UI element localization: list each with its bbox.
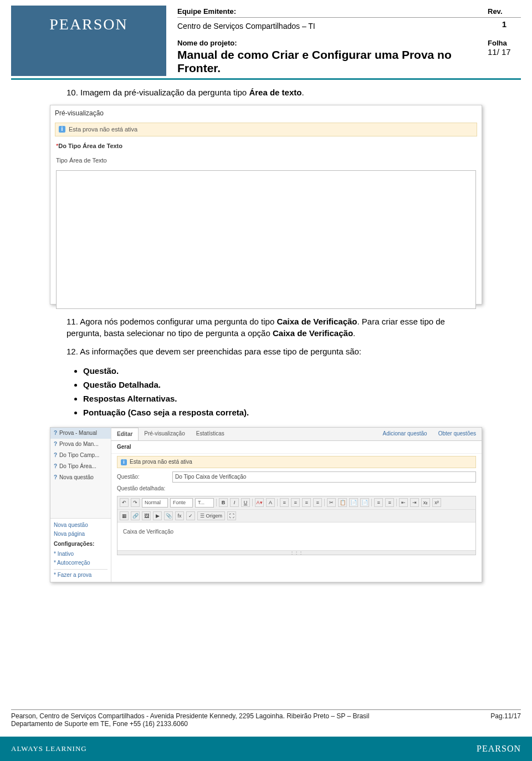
p11-text-a: Agora nós podemos configurar uma pergunt…: [78, 317, 277, 326]
tab-estatisticas[interactable]: Estatísticas: [191, 428, 230, 440]
align-right-icon[interactable]: ≡: [302, 498, 311, 507]
textarea-field[interactable]: [56, 170, 476, 309]
link-fazer-prova[interactable]: * Fazer a prova: [54, 569, 108, 580]
bullet-1: Questão.: [83, 364, 482, 378]
resize-grip[interactable]: ⋮⋮⋮: [117, 550, 475, 555]
sidebar-item-label: Prova do Man...: [59, 440, 99, 448]
subscript-icon[interactable]: x₂: [421, 498, 430, 507]
sidebar-bottom: Nova questão Nova página Configurações: …: [50, 518, 111, 582]
p10-num: 10.: [66, 88, 78, 97]
image-icon[interactable]: 🖼: [142, 511, 151, 520]
footer-line2: Departamento de Suporte em TE, Fone +55 …: [11, 720, 485, 728]
undo-icon[interactable]: ↶: [120, 498, 129, 507]
paste-text-icon[interactable]: 📄: [360, 498, 369, 507]
config-label: Configurações:: [54, 539, 108, 550]
paste-icon[interactable]: 📄: [349, 498, 358, 507]
info-text: Esta prova não está ativa: [69, 125, 137, 134]
indent-icon[interactable]: ⇥: [410, 498, 419, 507]
equation-icon[interactable]: fx: [175, 511, 184, 520]
sidebar-item-tipo-camp[interactable]: ?Do Tipo Camp...: [50, 450, 111, 461]
redo-icon[interactable]: ↷: [131, 498, 140, 507]
sidebar-item-tipo-area[interactable]: ?Do Tipo Área...: [50, 461, 111, 472]
p11-text-c: .: [353, 328, 355, 338]
source-button[interactable]: ☰ Origem: [197, 511, 225, 520]
info-icon: i: [121, 459, 127, 465]
tab-previsualizacao[interactable]: Pré-visualização: [139, 428, 190, 440]
rev-label: Rev.: [488, 7, 521, 16]
sidebar: ?Prova - Manual ?Prova do Man... ?Do Tip…: [50, 428, 111, 582]
sidebar-item-prova-man[interactable]: ?Prova do Man...: [50, 439, 111, 450]
editor-content[interactable]: Caixa de Verificação: [117, 522, 475, 550]
questao-input[interactable]: Do Tipo Caixa de Verificação: [172, 471, 476, 483]
question-subtitle: Tipo Área de Texto: [50, 155, 482, 168]
tab-bar: Editar Pré-visualização Estatísticas Adi…: [111, 428, 482, 441]
separator: [216, 499, 217, 506]
p11-num: 11.: [66, 317, 78, 326]
pearson-footer-logo: PEARSON: [477, 744, 521, 754]
paragraph-12: 12. As informações que devem ser preench…: [50, 346, 482, 357]
qdet-label: Questão detalhada:: [117, 485, 165, 493]
link-adicionar-questao[interactable]: Adicionar questão: [377, 428, 433, 440]
p10-text-a: Imagem da pré-visualização da pergunta t…: [78, 88, 249, 97]
separator: [277, 499, 278, 506]
superscript-icon[interactable]: x²: [432, 498, 441, 507]
bullet-3: Respostas Alternativas.: [83, 392, 482, 405]
highlight-icon[interactable]: A: [266, 498, 275, 507]
questao-label: Questão:: [117, 473, 172, 481]
italic-icon[interactable]: I: [230, 498, 239, 507]
link-icon[interactable]: 🔗: [131, 511, 140, 520]
tab-editar[interactable]: Editar: [111, 428, 139, 440]
separator: [396, 499, 397, 506]
align-left-icon[interactable]: ≡: [280, 498, 289, 507]
sidebar-item-prova-manual[interactable]: ?Prova - Manual: [50, 428, 111, 439]
info-icon: i: [59, 126, 65, 133]
page-value: 11/ 17: [488, 47, 521, 76]
paragraph-11: 11. Agora nós podemos configurar uma per…: [50, 316, 482, 339]
sidebar-item-label: Nova questão: [59, 474, 94, 481]
link-nova-pagina[interactable]: Nova página: [54, 530, 108, 539]
sidebar-item-label: Do Tipo Área...: [59, 463, 96, 470]
document-header: PEARSON Equipe Emitente: Rev. Centro de …: [0, 0, 532, 76]
copy-icon[interactable]: 📋: [338, 498, 347, 507]
p10-text-b: .: [301, 88, 304, 97]
list-ol-icon[interactable]: ≡: [374, 498, 383, 507]
bullet-2: Questão Detalhada.: [83, 378, 482, 392]
underline-icon[interactable]: U: [241, 498, 250, 507]
outdent-icon[interactable]: ⇤: [399, 498, 408, 507]
bold-icon[interactable]: B: [219, 498, 228, 507]
link-autocorrecao[interactable]: * Autocorreção: [54, 559, 108, 567]
list-ul-icon[interactable]: ≡: [385, 498, 394, 507]
main-panel: Editar Pré-visualização Estatísticas Adi…: [111, 428, 482, 582]
sidebar-item-label: Prova - Manual: [59, 429, 97, 437]
text-color-icon[interactable]: A▾: [255, 498, 264, 507]
link-inativo[interactable]: * Inativo: [54, 550, 108, 559]
spellcheck-icon[interactable]: ✓: [186, 511, 195, 520]
question-icon: ?: [54, 440, 57, 448]
link-obter-questoes[interactable]: Obter questões: [433, 428, 482, 440]
question-icon: ?: [54, 463, 57, 470]
editor-toolbar-1: ↶ ↷ Normal Fonte T... B I U A▾ A ≡ ≡ ≡: [117, 496, 475, 510]
media-icon[interactable]: ▶: [153, 511, 162, 520]
align-center-icon[interactable]: ≡: [291, 498, 300, 507]
format-select[interactable]: Normal: [142, 498, 168, 508]
project-label: Nome do projeto:: [177, 39, 488, 47]
pearson-logo: PEARSON: [11, 6, 166, 76]
link-nova-questao[interactable]: Nova questão: [54, 521, 108, 530]
table-icon[interactable]: ▦: [120, 511, 129, 520]
sidebar-item-nova-questao[interactable]: ?Nova questão: [50, 472, 111, 483]
align-justify-icon[interactable]: ≡: [313, 498, 322, 507]
p12-text: As informações que devem ser preenchidas…: [78, 347, 361, 356]
footer-line1: Pearson, Centro de Serviços Compartilhad…: [11, 712, 485, 720]
font-select[interactable]: Fonte: [170, 498, 193, 508]
row-questao-detalhada: Questão detalhada:: [111, 484, 482, 494]
cut-icon[interactable]: ✂: [327, 498, 336, 507]
always-learning: ALWAYS LEARNING: [11, 744, 87, 753]
fullscreen-icon[interactable]: ⛶: [227, 511, 236, 520]
bullet-list: Questão. Questão Detalhada. Respostas Al…: [50, 364, 482, 419]
screenshot-preview-textarea: Pré-visualização i Esta prova não está a…: [50, 105, 482, 305]
size-select[interactable]: T...: [195, 498, 214, 508]
p10-bold: Área de texto: [249, 88, 301, 97]
team-value: Centro de Serviços Compartilhados – TI: [177, 19, 488, 33]
attach-icon[interactable]: 📎: [164, 511, 173, 520]
editor-toolbar-2: ▦ 🔗 🖼 ▶ 📎 fx ✓ ☰ Origem ⛶: [117, 510, 475, 522]
